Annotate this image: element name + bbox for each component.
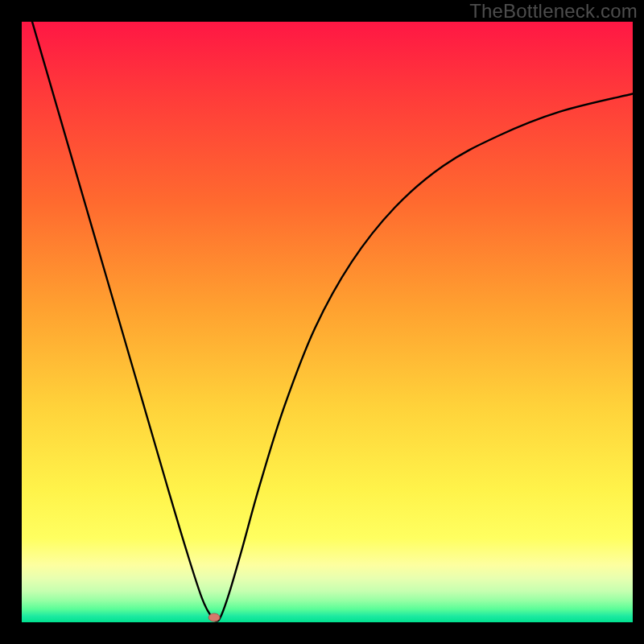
watermark-text: TheBottleneck.com xyxy=(469,0,638,23)
chart-container: TheBottleneck.com xyxy=(0,0,644,644)
plot-area xyxy=(22,22,633,622)
bottleneck-chart xyxy=(0,0,644,644)
optimal-marker xyxy=(208,613,220,621)
